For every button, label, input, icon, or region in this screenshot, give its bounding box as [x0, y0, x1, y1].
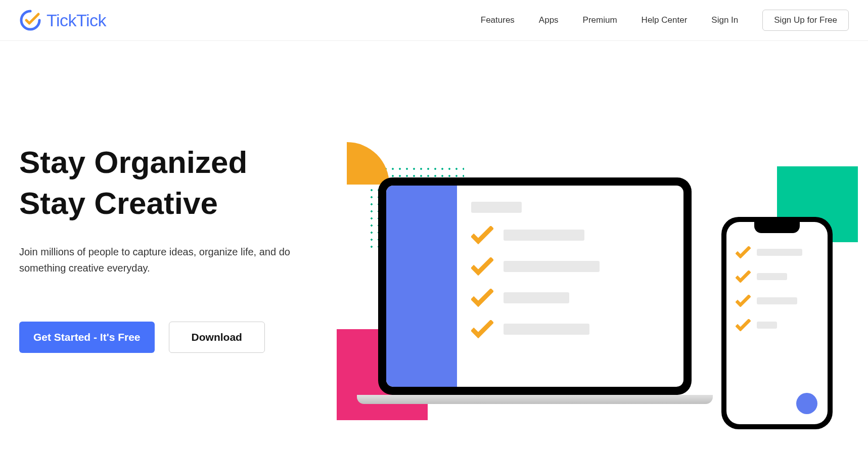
phone-screen — [726, 222, 828, 424]
task-row — [471, 289, 669, 307]
phone-fab-button — [796, 393, 817, 414]
header: TickTick Features Apps Premium Help Cent… — [0, 0, 868, 41]
check-icon — [471, 289, 493, 307]
hero-illustration — [343, 112, 868, 450]
download-button[interactable]: Download — [169, 322, 265, 353]
placeholder-line — [757, 249, 802, 256]
check-icon — [471, 320, 493, 338]
placeholder-line — [757, 322, 777, 329]
navigation: Features Apps Premium Help Center Sign I… — [481, 10, 849, 31]
check-icon — [471, 257, 493, 276]
task-row — [736, 295, 818, 307]
placeholder-line — [757, 297, 797, 304]
task-row — [736, 319, 818, 331]
laptop-base — [357, 395, 713, 404]
logo-icon — [19, 9, 41, 31]
hero-buttons: Get Started - It's Free Download — [19, 322, 343, 353]
task-row — [471, 320, 669, 338]
check-icon — [736, 271, 751, 283]
phone-notch — [754, 222, 800, 233]
hero-text-column: Stay Organized Stay Creative Join millio… — [19, 112, 343, 450]
placeholder-line — [504, 292, 569, 303]
placeholder-line — [504, 230, 584, 241]
decorative-quarter-circle — [347, 142, 389, 185]
nav-premium[interactable]: Premium — [583, 15, 617, 25]
get-started-button[interactable]: Get Started - It's Free — [19, 322, 155, 353]
laptop-content — [457, 186, 683, 387]
hero-section: Stay Organized Stay Creative Join millio… — [0, 41, 868, 450]
check-icon — [736, 246, 751, 258]
task-row — [471, 226, 669, 244]
laptop-screen — [386, 186, 683, 387]
logo[interactable]: TickTick — [19, 9, 106, 31]
task-row — [736, 246, 818, 258]
check-icon — [736, 319, 751, 331]
hero-subtitle: Join millions of people to capture ideas… — [19, 244, 333, 276]
task-row — [471, 257, 669, 276]
nav-apps[interactable]: Apps — [539, 15, 559, 25]
logo-text: TickTick — [47, 11, 106, 30]
sign-up-button[interactable]: Sign Up for Free — [762, 10, 849, 31]
placeholder-line — [504, 261, 600, 272]
check-icon — [471, 226, 493, 244]
phone-illustration — [721, 217, 833, 429]
laptop-sidebar — [386, 186, 457, 387]
placeholder-line — [504, 324, 589, 335]
nav-help-center[interactable]: Help Center — [642, 15, 688, 25]
nav-sign-in[interactable]: Sign In — [711, 15, 738, 25]
nav-features[interactable]: Features — [481, 15, 515, 25]
placeholder-line — [757, 273, 787, 280]
hero-title-line1: Stay Organized — [19, 145, 247, 179]
laptop-illustration — [378, 177, 692, 395]
placeholder-title — [471, 202, 522, 213]
task-row — [736, 271, 818, 283]
hero-title-line2: Stay Creative — [19, 186, 218, 220]
check-icon — [736, 295, 751, 307]
hero-title: Stay Organized Stay Creative — [19, 142, 343, 223]
